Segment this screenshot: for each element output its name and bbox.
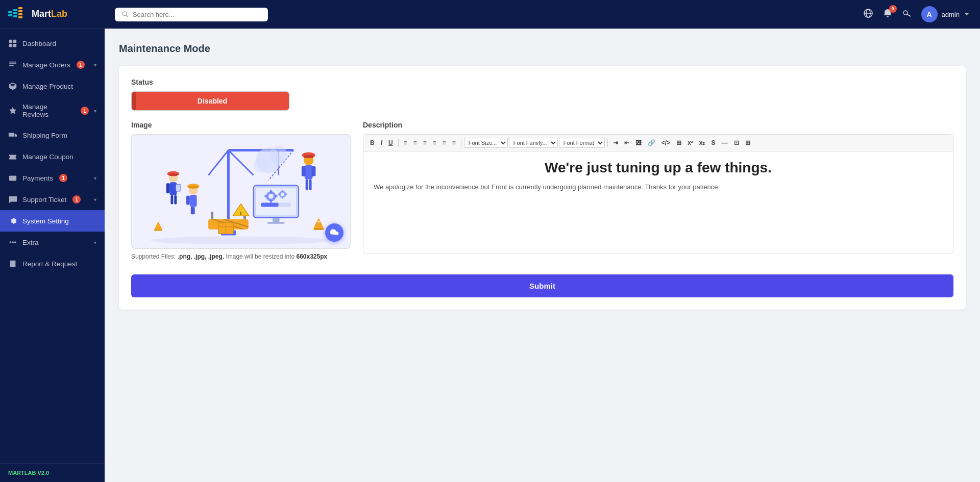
main-area: 9 A admin Maintenance Mode Status Disabl…: [105, 0, 980, 482]
sidebar-item-support-ticket-label: Support Ticket: [22, 196, 66, 204]
search-box[interactable]: [115, 8, 268, 21]
globe-icon-btn[interactable]: [863, 8, 873, 21]
manage-reviews-badge: 1: [81, 107, 89, 115]
svg-rect-57: [278, 193, 280, 195]
hr-btn[interactable]: —: [719, 138, 730, 148]
svg-rect-7: [18, 13, 22, 15]
table-btn[interactable]: ⊞: [674, 138, 684, 148]
svg-rect-9: [9, 40, 12, 43]
superscript-btn[interactable]: x²: [685, 138, 696, 148]
key-icon-btn[interactable]: [902, 8, 912, 21]
notification-icon-btn[interactable]: 9: [883, 8, 893, 21]
globe-icon: [863, 8, 873, 18]
sidebar-nav: Dashboard Manage Orders 1 ▾ Manage Produ…: [0, 29, 105, 463]
status-toggle[interactable]: Disabled: [131, 91, 289, 111]
sidebar-item-system-setting-label: System Setting: [22, 217, 69, 225]
rich-text-content[interactable]: We're just tuning up a few things. We ap…: [363, 151, 953, 253]
key-icon: [902, 8, 912, 18]
image-insert-btn[interactable]: 🖼: [633, 138, 644, 148]
maintenance-card: Status Disabled Image: [119, 66, 966, 310]
sidebar-logo: MartLab: [0, 0, 105, 29]
sidebar-item-manage-orders[interactable]: Manage Orders 1 ▾: [0, 54, 105, 75]
svg-rect-38: [309, 179, 312, 190]
link-btn[interactable]: 🔗: [645, 138, 658, 148]
print-btn[interactable]: ⊡: [731, 138, 742, 148]
svg-rect-52: [275, 195, 278, 197]
svg-rect-62: [190, 195, 197, 207]
extra-chevron: ▾: [94, 240, 96, 245]
subscript-btn[interactable]: x₂: [697, 138, 708, 148]
submit-button[interactable]: Submit: [131, 274, 953, 297]
italic-btn[interactable]: I: [378, 138, 385, 148]
align-right-btn[interactable]: ≡: [421, 138, 429, 148]
svg-point-25: [903, 11, 908, 15]
avatar-circle: A: [921, 6, 938, 22]
upload-btn[interactable]: [325, 223, 344, 242]
align-center-btn[interactable]: ≡: [411, 138, 420, 148]
sidebar-item-payments[interactable]: Payments 1 ▾: [0, 167, 105, 189]
toolbar-sep-1: [398, 139, 399, 147]
payments-badge: 1: [59, 174, 67, 182]
toolbar-sep-2: [461, 139, 461, 147]
sidebar-item-extra[interactable]: Extra ▾: [0, 232, 105, 253]
status-disabled-btn[interactable]: Disabled: [136, 92, 289, 110]
sidebar-item-manage-coupon-label: Manage Coupon: [22, 153, 74, 161]
sidebar-item-manage-product[interactable]: Manage Product: [0, 75, 105, 97]
justify-btn[interactable]: ≡: [430, 138, 439, 148]
indent-btn[interactable]: ⇥: [610, 138, 621, 148]
svg-rect-3: [13, 12, 17, 14]
svg-line-21: [126, 15, 128, 17]
svg-rect-55: [282, 190, 283, 192]
svg-point-19: [14, 241, 16, 243]
underline-btn[interactable]: U: [386, 138, 396, 148]
svg-rect-69: [166, 183, 170, 193]
svg-rect-56: [282, 197, 283, 199]
sidebar-item-shipping-form[interactable]: Shipping Form: [0, 124, 105, 146]
bold-btn[interactable]: B: [368, 138, 377, 148]
search-input[interactable]: [133, 11, 261, 18]
font-size-select[interactable]: Font Size...: [464, 138, 508, 148]
svg-rect-6: [18, 10, 22, 12]
list-btn[interactable]: ≡: [440, 138, 449, 148]
sidebar-item-manage-product-label: Manage Product: [22, 83, 73, 90]
svg-rect-44: [256, 188, 296, 215]
svg-rect-60: [267, 222, 284, 224]
svg-rect-36: [305, 165, 313, 180]
svg-rect-14: [9, 63, 16, 64]
svg-rect-64: [191, 207, 195, 214]
strikethrough-btn[interactable]: S: [709, 138, 718, 148]
sidebar-item-manage-reviews[interactable]: Manage Reviews 1 ▾: [0, 97, 105, 124]
svg-rect-40: [311, 166, 315, 176]
sidebar-item-system-setting[interactable]: System Setting: [0, 210, 105, 232]
font-family-select[interactable]: Font Family...: [509, 138, 558, 148]
sidebar-item-manage-coupon[interactable]: Manage Coupon: [0, 146, 105, 167]
manage-orders-chevron: ▾: [94, 62, 96, 68]
svg-rect-59: [273, 218, 280, 222]
sidebar-item-report-request[interactable]: Report & Request: [0, 253, 105, 274]
more-btn[interactable]: ⊞: [743, 138, 753, 148]
image-upload-area[interactable]: !: [131, 134, 351, 249]
svg-rect-78: [211, 212, 213, 219]
svg-rect-2: [13, 9, 17, 11]
payments-chevron: ▾: [94, 175, 96, 181]
list2-btn[interactable]: ≡: [450, 138, 458, 148]
svg-rect-58: [285, 193, 287, 195]
sidebar-item-dashboard[interactable]: Dashboard: [0, 33, 105, 54]
svg-point-54: [281, 192, 284, 196]
code-btn[interactable]: </>: [659, 138, 673, 148]
svg-rect-51: [264, 195, 267, 197]
sidebar: MartLab Dashboard Manage Orders 1 ▾ Mana…: [0, 0, 105, 482]
sidebar-version: MARTLAB V2.0: [0, 463, 105, 482]
outdent-btn[interactable]: ⇤: [622, 138, 632, 148]
header: 9 A admin: [105, 0, 980, 29]
admin-avatar[interactable]: A admin: [921, 6, 970, 22]
sidebar-item-support-ticket[interactable]: Support Ticket 1 ▾: [0, 189, 105, 210]
rich-text-toolbar: B I U ≡ ≡ ≡ ≡ ≡ ≡ Font Size: [363, 135, 953, 151]
admin-chevron-icon: [964, 11, 970, 17]
sidebar-item-payments-label: Payments: [22, 174, 53, 182]
svg-rect-49: [270, 190, 272, 193]
sidebar-item-dashboard-label: Dashboard: [22, 40, 56, 47]
align-left-btn[interactable]: ≡: [401, 138, 410, 148]
supported-files-text: Supported Files: .png, .jpg, .jpeg. Imag…: [131, 253, 351, 260]
font-format-select[interactable]: Font Format: [559, 138, 605, 148]
